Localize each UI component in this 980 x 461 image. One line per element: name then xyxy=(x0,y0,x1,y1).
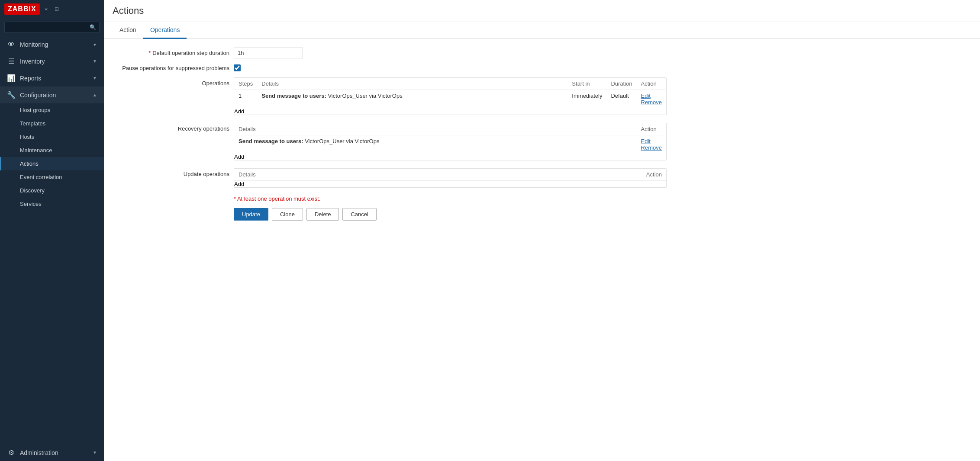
recovery-table-container: Details Action Send message to users: Vi… xyxy=(234,123,667,160)
recovery-edit-link[interactable]: Edit xyxy=(641,138,651,144)
chevron-down-icon: ▼ xyxy=(93,42,97,47)
button-row: Update Clone Delete Cancel xyxy=(117,208,967,221)
recovery-add-link[interactable]: Add xyxy=(234,154,244,160)
sidebar-item-administration[interactable]: ⚙ Administration ▼ xyxy=(0,444,104,461)
tab-bar: Action Operations xyxy=(104,22,980,39)
operations-add-link[interactable]: Add xyxy=(234,108,244,115)
sidebar-item-label: Monitoring xyxy=(20,41,88,48)
cell-step: 1 xyxy=(234,90,257,109)
sidebar-item-actions[interactable]: Actions xyxy=(0,157,104,170)
pause-label: Pause operations for suppressed problems xyxy=(117,65,229,71)
operations-table-container: Steps Details Start in Duration Action 1 xyxy=(234,77,667,115)
sidebar-item-inventory[interactable]: ☰ Inventory ▼ xyxy=(0,53,104,70)
cell-duration: Default xyxy=(606,90,636,109)
chevron-down-icon: ▼ xyxy=(93,59,97,64)
step-duration-row: *Default operation step duration xyxy=(117,48,967,58)
error-message: * At least one operation must exist. xyxy=(117,195,967,202)
sidebar-item-label: Administration xyxy=(20,449,88,456)
page-title: Actions xyxy=(113,5,971,16)
cancel-button[interactable]: Cancel xyxy=(342,208,376,221)
monitoring-icon: 👁 xyxy=(7,41,16,48)
sidebar-item-hosts[interactable]: Hosts xyxy=(0,130,104,144)
sidebar-item-label: Configuration xyxy=(20,92,88,99)
page-header: Actions xyxy=(104,0,980,22)
update-button[interactable]: Update xyxy=(234,208,268,221)
administration-icon: ⚙ xyxy=(7,448,16,457)
tab-operations[interactable]: Operations xyxy=(143,22,187,39)
configuration-icon: 🔧 xyxy=(7,91,16,99)
sidebar-item-maintenance[interactable]: Maintenance xyxy=(0,144,104,157)
cell-details: Send message to users: VictorOps_User vi… xyxy=(234,135,637,154)
cell-details: Send message to users: VictorOps_User vi… xyxy=(257,90,567,109)
sidebar-item-monitoring[interactable]: 👁 Monitoring ▼ xyxy=(0,36,104,53)
col-spacer xyxy=(260,169,642,181)
sidebar-item-event-correlation[interactable]: Event correlation xyxy=(0,170,104,184)
remove-link[interactable]: Remove xyxy=(641,99,662,106)
inventory-icon: ☰ xyxy=(7,57,16,65)
chevron-down-icon: ▼ xyxy=(93,76,97,80)
table-row: Send message to users: VictorOps_User vi… xyxy=(234,135,666,154)
cell-actions: Edit Remove xyxy=(637,90,666,109)
update-section: Update operations Details Action xyxy=(117,168,967,188)
sidebar-item-discovery[interactable]: Discovery xyxy=(0,184,104,197)
sidebar-item-reports[interactable]: 📊 Reports ▼ xyxy=(0,70,104,86)
update-table-container: Details Action Add xyxy=(234,168,667,188)
operations-table: Steps Details Start in Duration Action 1 xyxy=(234,78,666,108)
sidebar-item-configuration[interactable]: 🔧 Configuration ▲ xyxy=(0,86,104,103)
col-details: Details xyxy=(234,169,260,181)
recovery-remove-link[interactable]: Remove xyxy=(641,144,662,151)
sidebar-item-templates[interactable]: Templates xyxy=(0,117,104,130)
pause-checkbox[interactable] xyxy=(234,64,241,71)
col-spacer xyxy=(260,123,637,135)
recovery-section: Recovery operations Details Action xyxy=(117,123,967,160)
search-box: 🔍 xyxy=(4,22,100,33)
operations-label: Operations xyxy=(117,77,229,115)
search-input[interactable] xyxy=(4,22,100,33)
main-content: Actions Action Operations *Default opera… xyxy=(104,0,980,461)
recovery-table: Details Action Send message to users: Vi… xyxy=(234,123,666,154)
reports-icon: 📊 xyxy=(7,74,16,82)
search-icon: 🔍 xyxy=(90,24,96,30)
sidebar-item-label: Reports xyxy=(20,75,88,82)
details-bold: Send message to users: xyxy=(261,93,326,99)
expand-icon[interactable]: ⊡ xyxy=(53,5,61,13)
step-duration-input[interactable] xyxy=(234,48,303,58)
col-start-in: Start in xyxy=(567,78,606,90)
sidebar-item-label: Inventory xyxy=(20,58,88,65)
edit-link[interactable]: Edit xyxy=(641,93,651,99)
recovery-details-rest: VictorOps_User via VictorOps xyxy=(305,138,379,144)
chevron-up-icon: ▲ xyxy=(93,93,97,97)
col-steps: Steps xyxy=(234,78,257,90)
operations-section: Operations Steps Details Start in Durati… xyxy=(117,77,967,115)
sidebar: ZABBIX « ⊡ 🔍 👁 Monitoring ▼ ☰ Inventory … xyxy=(0,0,104,461)
col-action: Action xyxy=(637,78,666,90)
details-rest: VictorOps_User via VictorOps xyxy=(328,93,402,99)
required-star: * xyxy=(148,50,151,56)
update-add-link[interactable]: Add xyxy=(234,181,244,187)
sidebar-item-services[interactable]: Services xyxy=(0,197,104,211)
update-label: Update operations xyxy=(117,168,229,188)
col-duration: Duration xyxy=(606,78,636,90)
chevron-down-icon: ▼ xyxy=(93,450,97,455)
pause-operations-row: Pause operations for suppressed problems xyxy=(117,64,967,71)
col-action: Action xyxy=(637,123,666,135)
cell-actions: Edit Remove xyxy=(637,135,666,154)
col-details: Details xyxy=(257,78,283,90)
form-content: *Default operation step duration Pause o… xyxy=(104,39,980,229)
delete-button[interactable]: Delete xyxy=(306,208,339,221)
col-spacer xyxy=(283,78,567,90)
col-details: Details xyxy=(234,123,260,135)
collapse-button[interactable]: « xyxy=(43,5,50,13)
clone-button[interactable]: Clone xyxy=(272,208,303,221)
sidebar-item-host-groups[interactable]: Host groups xyxy=(0,103,104,117)
cell-start-in: Immediately xyxy=(567,90,606,109)
sidebar-header: ZABBIX « ⊡ xyxy=(0,0,104,18)
recovery-details-bold: Send message to users: xyxy=(239,138,303,144)
table-row: 1 Send message to users: VictorOps_User … xyxy=(234,90,666,109)
content-area: Action Operations *Default operation ste… xyxy=(104,22,980,461)
logo: ZABBIX xyxy=(4,3,40,15)
tab-action[interactable]: Action xyxy=(113,22,143,39)
step-duration-label: *Default operation step duration xyxy=(117,50,229,56)
col-action: Action xyxy=(642,169,666,181)
recovery-label: Recovery operations xyxy=(117,123,229,160)
